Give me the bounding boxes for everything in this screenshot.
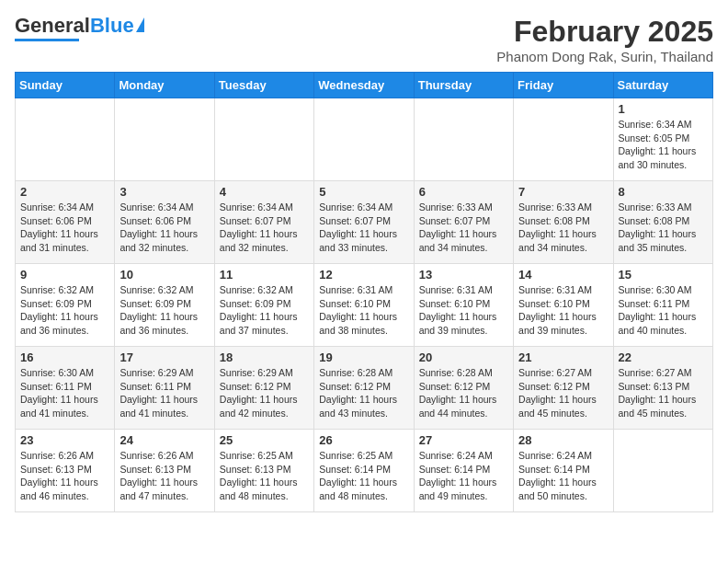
day-number: 1 xyxy=(619,102,708,116)
day-info: Sunrise: 6:25 AM Sunset: 6:13 PM Dayligh… xyxy=(220,449,309,503)
calendar-cell: 19Sunrise: 6:28 AM Sunset: 6:12 PM Dayli… xyxy=(314,347,414,430)
logo-text: GeneralBlue xyxy=(15,15,134,37)
calendar-cell: 13Sunrise: 6:31 AM Sunset: 6:10 PM Dayli… xyxy=(414,264,513,347)
day-number: 8 xyxy=(619,185,708,199)
calendar-cell: 11Sunrise: 6:32 AM Sunset: 6:09 PM Dayli… xyxy=(214,264,313,347)
title-block: February 2025 Phanom Dong Rak, Surin, Th… xyxy=(496,15,713,64)
calendar-cell: 10Sunrise: 6:32 AM Sunset: 6:09 PM Dayli… xyxy=(115,264,214,347)
calendar-cell: 14Sunrise: 6:31 AM Sunset: 6:10 PM Dayli… xyxy=(514,264,613,347)
day-number: 5 xyxy=(319,185,408,199)
calendar-cell: 26Sunrise: 6:25 AM Sunset: 6:14 PM Dayli… xyxy=(314,430,414,512)
weekday-header-wednesday: Wednesday xyxy=(314,73,414,98)
calendar-week-row: 16Sunrise: 6:30 AM Sunset: 6:11 PM Dayli… xyxy=(16,347,713,430)
day-number: 20 xyxy=(419,350,508,364)
calendar-week-row: 23Sunrise: 6:26 AM Sunset: 6:13 PM Dayli… xyxy=(16,430,713,512)
day-number: 17 xyxy=(119,350,209,364)
day-number: 14 xyxy=(518,268,608,282)
weekday-header-sunday: Sunday xyxy=(16,73,115,98)
day-info: Sunrise: 6:31 AM Sunset: 6:10 PM Dayligh… xyxy=(419,283,508,338)
calendar-cell xyxy=(613,430,712,512)
calendar-cell: 7Sunrise: 6:33 AM Sunset: 6:08 PM Daylig… xyxy=(514,181,613,264)
calendar-cell xyxy=(314,98,414,181)
day-number: 2 xyxy=(20,185,109,199)
calendar-cell: 6Sunrise: 6:33 AM Sunset: 6:07 PM Daylig… xyxy=(414,181,513,264)
day-info: Sunrise: 6:25 AM Sunset: 6:14 PM Dayligh… xyxy=(319,449,408,503)
calendar-cell: 3Sunrise: 6:34 AM Sunset: 6:06 PM Daylig… xyxy=(115,181,214,264)
day-info: Sunrise: 6:33 AM Sunset: 6:08 PM Dayligh… xyxy=(619,201,708,255)
calendar-cell: 20Sunrise: 6:28 AM Sunset: 6:12 PM Dayli… xyxy=(414,347,513,430)
day-info: Sunrise: 6:26 AM Sunset: 6:13 PM Dayligh… xyxy=(119,449,209,503)
weekday-header-tuesday: Tuesday xyxy=(214,73,313,98)
weekday-header-row: SundayMondayTuesdayWednesdayThursdayFrid… xyxy=(16,73,713,98)
day-number: 4 xyxy=(220,185,309,199)
day-info: Sunrise: 6:27 AM Sunset: 6:12 PM Dayligh… xyxy=(518,366,608,420)
weekday-header-thursday: Thursday xyxy=(414,73,513,98)
day-info: Sunrise: 6:31 AM Sunset: 6:10 PM Dayligh… xyxy=(518,283,608,338)
calendar-cell: 16Sunrise: 6:30 AM Sunset: 6:11 PM Dayli… xyxy=(16,347,115,430)
day-info: Sunrise: 6:33 AM Sunset: 6:08 PM Dayligh… xyxy=(518,201,608,255)
day-info: Sunrise: 6:28 AM Sunset: 6:12 PM Dayligh… xyxy=(319,366,408,420)
day-info: Sunrise: 6:28 AM Sunset: 6:12 PM Dayligh… xyxy=(419,366,508,420)
calendar-week-row: 1Sunrise: 6:34 AM Sunset: 6:05 PM Daylig… xyxy=(16,98,713,181)
day-info: Sunrise: 6:32 AM Sunset: 6:09 PM Dayligh… xyxy=(20,283,109,338)
calendar-cell: 1Sunrise: 6:34 AM Sunset: 6:05 PM Daylig… xyxy=(613,98,712,181)
day-info: Sunrise: 6:34 AM Sunset: 6:06 PM Dayligh… xyxy=(119,201,209,255)
day-info: Sunrise: 6:32 AM Sunset: 6:09 PM Dayligh… xyxy=(119,283,209,338)
day-number: 25 xyxy=(220,433,309,447)
calendar-table: SundayMondayTuesdayWednesdayThursdayFrid… xyxy=(15,72,713,512)
day-number: 13 xyxy=(419,268,508,282)
day-number: 22 xyxy=(619,350,708,364)
calendar-cell: 24Sunrise: 6:26 AM Sunset: 6:13 PM Dayli… xyxy=(115,430,214,512)
calendar-week-row: 2Sunrise: 6:34 AM Sunset: 6:06 PM Daylig… xyxy=(16,181,713,264)
day-number: 10 xyxy=(119,268,209,282)
day-info: Sunrise: 6:30 AM Sunset: 6:11 PM Dayligh… xyxy=(20,366,109,420)
calendar-cell: 4Sunrise: 6:34 AM Sunset: 6:07 PM Daylig… xyxy=(214,181,313,264)
day-number: 21 xyxy=(518,350,608,364)
calendar-cell: 21Sunrise: 6:27 AM Sunset: 6:12 PM Dayli… xyxy=(514,347,613,430)
calendar-cell xyxy=(414,98,513,181)
calendar-cell: 8Sunrise: 6:33 AM Sunset: 6:08 PM Daylig… xyxy=(613,181,712,264)
calendar-cell: 5Sunrise: 6:34 AM Sunset: 6:07 PM Daylig… xyxy=(314,181,414,264)
calendar-cell: 9Sunrise: 6:32 AM Sunset: 6:09 PM Daylig… xyxy=(16,264,115,347)
day-number: 6 xyxy=(419,185,508,199)
calendar-cell: 18Sunrise: 6:29 AM Sunset: 6:12 PM Dayli… xyxy=(214,347,313,430)
calendar-cell xyxy=(514,98,613,181)
logo: GeneralBlue xyxy=(15,15,144,41)
calendar-week-row: 9Sunrise: 6:32 AM Sunset: 6:09 PM Daylig… xyxy=(16,264,713,347)
day-info: Sunrise: 6:31 AM Sunset: 6:10 PM Dayligh… xyxy=(319,283,408,338)
calendar-cell: 27Sunrise: 6:24 AM Sunset: 6:14 PM Dayli… xyxy=(414,430,513,512)
calendar-cell: 2Sunrise: 6:34 AM Sunset: 6:06 PM Daylig… xyxy=(16,181,115,264)
page-header: GeneralBlue February 2025 Phanom Dong Ra… xyxy=(15,15,713,64)
day-info: Sunrise: 6:24 AM Sunset: 6:14 PM Dayligh… xyxy=(518,449,608,503)
calendar-cell xyxy=(115,98,214,181)
day-info: Sunrise: 6:29 AM Sunset: 6:11 PM Dayligh… xyxy=(119,366,209,420)
calendar-cell xyxy=(16,98,115,181)
day-info: Sunrise: 6:33 AM Sunset: 6:07 PM Dayligh… xyxy=(419,201,508,255)
day-number: 3 xyxy=(119,185,209,199)
calendar-cell: 28Sunrise: 6:24 AM Sunset: 6:14 PM Dayli… xyxy=(514,430,613,512)
weekday-header-monday: Monday xyxy=(115,73,214,98)
day-info: Sunrise: 6:34 AM Sunset: 6:07 PM Dayligh… xyxy=(319,201,408,255)
calendar-cell: 12Sunrise: 6:31 AM Sunset: 6:10 PM Dayli… xyxy=(314,264,414,347)
calendar-cell xyxy=(214,98,313,181)
day-number: 23 xyxy=(20,433,109,447)
day-number: 12 xyxy=(319,268,408,282)
day-number: 19 xyxy=(319,350,408,364)
day-number: 26 xyxy=(319,433,408,447)
calendar-cell: 17Sunrise: 6:29 AM Sunset: 6:11 PM Dayli… xyxy=(115,347,214,430)
day-info: Sunrise: 6:29 AM Sunset: 6:12 PM Dayligh… xyxy=(220,366,309,420)
calendar-subtitle: Phanom Dong Rak, Surin, Thailand xyxy=(496,49,713,64)
logo-underline xyxy=(15,39,79,41)
day-info: Sunrise: 6:34 AM Sunset: 6:07 PM Dayligh… xyxy=(220,201,309,255)
day-info: Sunrise: 6:27 AM Sunset: 6:13 PM Dayligh… xyxy=(619,366,708,420)
calendar-title: February 2025 xyxy=(496,15,713,49)
day-number: 16 xyxy=(20,350,109,364)
weekday-header-saturday: Saturday xyxy=(613,73,712,98)
day-number: 28 xyxy=(518,433,608,447)
calendar-cell: 25Sunrise: 6:25 AM Sunset: 6:13 PM Dayli… xyxy=(214,430,313,512)
day-info: Sunrise: 6:24 AM Sunset: 6:14 PM Dayligh… xyxy=(419,449,508,503)
day-info: Sunrise: 6:30 AM Sunset: 6:11 PM Dayligh… xyxy=(619,283,708,338)
day-number: 7 xyxy=(518,185,608,199)
day-number: 24 xyxy=(119,433,209,447)
calendar-cell: 23Sunrise: 6:26 AM Sunset: 6:13 PM Dayli… xyxy=(16,430,115,512)
